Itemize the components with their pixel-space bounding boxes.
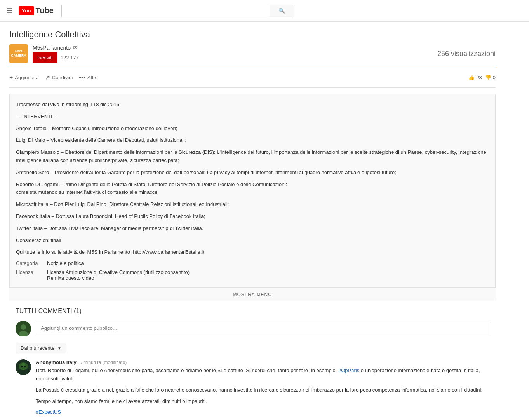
channel-name-row: M5sParlamento ✉ — [33, 45, 79, 51]
comment-input[interactable] — [36, 321, 489, 335]
share-button[interactable]: ↗ Condividi — [45, 72, 73, 83]
comments-title: TUTTI I COMMENTI (1) — [16, 308, 489, 315]
sort-label: Dal più recente — [21, 345, 54, 351]
license-row: Licenza Licenza Attribuzione di Creative… — [16, 269, 489, 281]
description-text: Trasmesso dal vivo in streaming il 18 di… — [16, 101, 489, 256]
svg-point-7 — [24, 366, 26, 367]
views-count: 256 visualizzazioni — [437, 50, 496, 58]
license-label: Licenza — [16, 269, 47, 281]
desc-line3: Giampiero Massolo – Direttore del Dipart… — [16, 148, 489, 165]
desc-line8: Twitter Italia – Dott.ssa Livia Iacolare… — [16, 225, 489, 233]
like-section: 👍 23 👎 0 — [468, 75, 496, 80]
youtube-text: Tube — [36, 6, 54, 15]
main-content: Intelligence Collettiva M5SCAMERA M5sPar… — [0, 22, 505, 420]
share-label: Condividi — [52, 75, 73, 80]
license-value: Licenza Attribuzione di Creative Commons… — [47, 269, 190, 275]
subscribe-row: Iscriviti 122.177 — [33, 52, 79, 63]
desc-line7: Facebook Italia – Dott.ssa Laura Bononci… — [16, 213, 489, 221]
comment-author: Anonymous Italy — [36, 359, 77, 365]
like-button[interactable]: 👍 23 — [468, 75, 482, 80]
thumbs-up-icon: 👍 — [468, 75, 475, 80]
youtube-icon: You — [19, 6, 34, 15]
share-icon: ↗ — [45, 74, 50, 81]
hashtag1: #OpParis — [338, 368, 359, 373]
more-label: Altro — [87, 75, 98, 80]
final-considerations: Considerazioni finali — [16, 237, 489, 245]
category-row: Categoria Notizie e politica — [16, 260, 489, 266]
avatar: M5SCAMERA — [9, 44, 28, 63]
thumbs-down-icon: 👎 — [485, 75, 491, 80]
channel-row: M5SCAMERA M5sParlamento ✉ Iscriviti 122.… — [9, 44, 496, 63]
desc-line2: Luigi Di Maio – Vicepresidente della Cam… — [16, 136, 489, 145]
search-button[interactable]: 🔍 — [270, 5, 294, 17]
chevron-down-icon: ▼ — [57, 346, 61, 350]
page-header: ☰ You Tube 🔍 — [0, 0, 529, 22]
desc-line4: Antonello Soro – Presidente dell'autorit… — [16, 169, 489, 177]
youtube-logo[interactable]: You Tube — [19, 6, 54, 15]
comment-avatar — [16, 359, 31, 375]
divider — [9, 68, 496, 68]
comment-body: Anonymous Italy 5 minuti fa (modificato)… — [36, 359, 489, 420]
current-user-avatar — [16, 321, 31, 336]
desc-line5: Roberto Di Legami – Primo Dirigente dell… — [16, 181, 489, 197]
action-bar: + Aggiungi a ↗ Condividi ••• Altro 👍 23 … — [9, 72, 496, 88]
all-info: Qui tutte le info sulle attività del M5S… — [16, 248, 489, 256]
menu-icon[interactable]: ☰ — [6, 7, 12, 15]
show-less-bar[interactable]: MOSTRA MENO — [9, 288, 496, 301]
add-to-button[interactable]: + Aggiungi a — [9, 73, 39, 83]
svg-point-6 — [21, 366, 23, 367]
svg-point-1 — [21, 324, 26, 330]
comments-section: TUTTI I COMMENTI (1) Dal più recente ▼ — [9, 301, 496, 420]
subscribe-button[interactable]: Iscriviti — [33, 52, 57, 63]
desc-line1: Angelo Tofalo – Membro Copasir, introduz… — [16, 125, 489, 133]
comment-input-row — [16, 321, 489, 336]
comment-header: Anonymous Italy 5 minuti fa (modificato) — [36, 359, 489, 365]
search-input[interactable] — [61, 5, 270, 17]
interventions-header: — INTERVENTI — — [16, 113, 489, 121]
like-count: 23 — [476, 75, 482, 80]
comment-time: 5 minuti fa (modificato) — [80, 360, 127, 365]
sort-button[interactable]: Dal più recente ▼ — [16, 343, 66, 353]
dislike-count: 0 — [493, 75, 496, 80]
remix-label: Remixa questo video — [47, 275, 190, 281]
category-label: Categoria — [16, 260, 47, 266]
description-box: Trasmesso dal vivo in streaming il 18 di… — [9, 94, 496, 288]
plus-icon: + — [9, 74, 13, 81]
comment-hashtag2: #ExpectUS — [36, 408, 489, 417]
comment-para3: Tempo al tempo, non siamo fermi e ne ci … — [36, 397, 489, 406]
broadcast-info: Trasmesso dal vivo in streaming il 18 di… — [16, 101, 489, 109]
desc-line6: Microsoft Italia – Dott Pier Luigi Dal P… — [16, 200, 489, 209]
search-bar: 🔍 — [61, 5, 294, 17]
comment-para2: La Postale è cresciuta grazie a noi, gra… — [36, 386, 489, 394]
search-icon: 🔍 — [278, 8, 285, 14]
subscriber-count: 122.177 — [61, 55, 79, 61]
comment-item: Anonymous Italy 5 minuti fa (modificato)… — [16, 359, 489, 420]
channel-info: M5sParlamento ✉ Iscriviti 122.177 — [33, 45, 79, 63]
more-button[interactable]: ••• Altro — [79, 73, 98, 83]
comment-text: Dott. Roberto di Legami, qui è Anonymous… — [36, 367, 489, 420]
video-title: Intelligence Collettiva — [9, 30, 496, 40]
sort-row: Dal più recente ▼ — [16, 343, 489, 353]
add-to-label: Aggiungi a — [15, 75, 38, 80]
category-value: Notizie e politica — [47, 260, 84, 266]
comment-para1: Dott. Roberto di Legami, qui è Anonymous… — [36, 367, 489, 383]
dislike-button[interactable]: 👎 0 — [485, 75, 496, 80]
more-icon: ••• — [79, 74, 85, 81]
channel-name: M5sParlamento — [33, 45, 71, 51]
email-icon: ✉ — [73, 45, 78, 51]
